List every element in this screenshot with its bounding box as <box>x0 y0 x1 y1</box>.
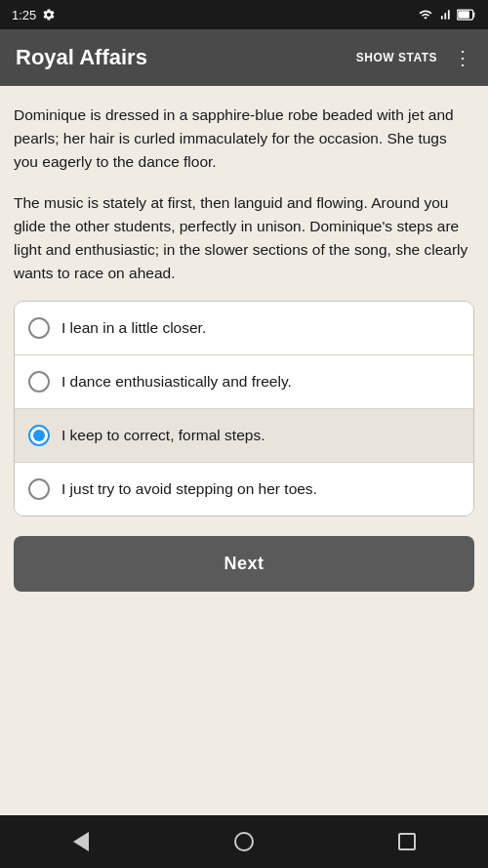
back-button[interactable] <box>52 822 110 861</box>
app-title: Royal Affairs <box>16 45 147 70</box>
settings-icon <box>42 8 56 21</box>
radio-1 <box>28 317 50 339</box>
choice-label-4: I just try to avoid stepping on her toes… <box>61 480 317 498</box>
radio-3 <box>28 425 50 446</box>
story-paragraph-1: Dominique is dressed in a sapphire-blue … <box>14 103 474 174</box>
app-bar-actions: SHOW STATS ⋮ <box>356 48 472 67</box>
choice-option-4[interactable]: I just try to avoid stepping on her toes… <box>15 463 473 516</box>
choices-container: I lean in a little closer. I dance enthu… <box>14 301 474 517</box>
story-paragraph-2: The music is stately at first, then lang… <box>14 191 474 285</box>
recents-button[interactable] <box>378 822 436 861</box>
story-text: Dominique is dressed in a sapphire-blue … <box>14 103 474 285</box>
radio-4 <box>28 478 50 500</box>
app-bar: Royal Affairs SHOW STATS ⋮ <box>0 29 488 86</box>
svg-rect-1 <box>473 13 475 18</box>
choice-label-2: I dance enthusiastically and freely. <box>61 373 292 391</box>
choice-label-3: I keep to correct, formal steps. <box>61 427 264 444</box>
choice-option-1[interactable]: I lean in a little closer. <box>15 302 473 355</box>
back-icon <box>73 832 89 851</box>
choice-option-2[interactable]: I dance enthusiastically and freely. <box>15 355 473 409</box>
radio-2 <box>28 371 50 393</box>
choice-label-1: I lean in a little closer. <box>61 319 206 337</box>
more-options-icon[interactable]: ⋮ <box>453 48 472 67</box>
wifi-icon <box>418 8 433 21</box>
home-icon <box>234 832 254 851</box>
status-bar-left: 1:25 <box>12 8 56 22</box>
home-button[interactable] <box>215 822 273 861</box>
show-stats-button[interactable]: SHOW STATS <box>356 51 437 64</box>
signal-icon <box>438 8 452 21</box>
status-bar: 1:25 <box>0 0 488 29</box>
choice-option-3[interactable]: I keep to correct, formal steps. <box>15 409 473 463</box>
status-bar-right <box>418 8 476 21</box>
next-button[interactable]: Next <box>14 536 474 592</box>
bottom-nav <box>0 815 488 868</box>
main-content: Dominique is dressed in a sapphire-blue … <box>0 86 488 815</box>
svg-rect-2 <box>458 11 469 19</box>
battery-icon <box>457 8 476 21</box>
time-display: 1:25 <box>12 8 36 22</box>
recents-icon <box>398 833 416 850</box>
